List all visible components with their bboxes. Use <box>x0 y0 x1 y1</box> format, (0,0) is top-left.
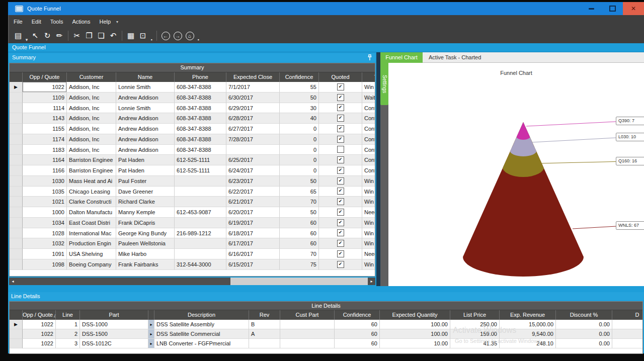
column-header-confidence[interactable]: Confidence <box>280 72 319 82</box>
cell[interactable]: ✔ <box>319 82 362 93</box>
checkbox-checked-icon[interactable]: ✔ <box>337 198 344 205</box>
expand-part-button[interactable]: ▸ <box>148 329 154 339</box>
table-row[interactable]: 1183Addison, IncAndrew Addison608-347-83… <box>10 145 375 155</box>
checkbox-checked-icon[interactable]: ✔ <box>337 83 344 91</box>
table-row[interactable]: 1034East Coast DistriFrank DiCapris6/19/… <box>10 218 375 228</box>
checkbox-checked-icon[interactable]: ✔ <box>337 94 344 101</box>
checkbox-checked-icon[interactable]: ✔ <box>337 104 344 111</box>
column-header-line[interactable]: Line <box>56 310 80 320</box>
checkbox-checked-icon[interactable]: ✔ <box>337 167 344 174</box>
column-header-confidence[interactable]: Confidence <box>335 310 380 320</box>
tab-settings[interactable]: Settings <box>380 63 388 105</box>
column-header-exp-revenue[interactable]: Exp. Revenue <box>500 310 556 320</box>
cell[interactable] <box>319 145 362 155</box>
table-row[interactable]: 1098Boeing CompanyFrank Fairbanks312-544… <box>10 259 375 270</box>
table-row[interactable]: 1028International MacGeorge King Bundy21… <box>10 228 375 239</box>
column-header-row-indicator[interactable] <box>10 310 23 320</box>
cell[interactable]: ✔ <box>319 103 362 114</box>
maximize-button[interactable] <box>602 2 623 15</box>
table-row[interactable]: 10223DSS-1012C▸LNB Converter - FGFPmerci… <box>10 339 642 348</box>
cell[interactable]: ✔ <box>319 259 362 270</box>
horizontal-scrollbar[interactable]: ◂ ▸ <box>9 278 375 285</box>
expand-part-button[interactable]: ▸ <box>148 339 154 348</box>
checkbox-checked-icon[interactable]: ✔ <box>337 229 344 236</box>
checkbox-checked-icon[interactable]: ✔ <box>337 156 344 163</box>
cell[interactable]: ✔ <box>319 113 362 124</box>
cell[interactable]: ✔ <box>319 197 362 207</box>
more-icon[interactable]: ▪ <box>149 36 154 43</box>
column-header-rev[interactable]: Rev <box>249 310 280 320</box>
column-header-quoted[interactable]: Quoted <box>319 72 362 82</box>
column-header-row-indicator[interactable] <box>148 310 154 320</box>
tab-quote-funnel[interactable]: Quote Funnel <box>8 43 644 52</box>
checkbox-checked-icon[interactable]: ✔ <box>337 219 344 226</box>
column-header-part[interactable]: Part <box>80 310 148 320</box>
table-row[interactable]: ▶10221DSS-1000▸DSS Satellite AssemblyB60… <box>10 320 642 329</box>
cell[interactable]: ✔ <box>319 165 362 176</box>
menu-item-help[interactable]: Help <box>95 15 115 28</box>
checkbox-checked-icon[interactable]: ✔ <box>337 250 344 257</box>
cell[interactable]: ✔ <box>319 176 362 187</box>
table-row[interactable]: 1000Dalton ManufactuManny Kemple612-453-… <box>10 207 375 218</box>
checkbox-checked-icon[interactable]: ✔ <box>337 177 344 185</box>
table-row[interactable]: ▶1022Addison, IncLonnie Smith608-347-838… <box>10 82 375 93</box>
table-row[interactable]: 1143Addison, IncAndrew Addison608-347-83… <box>10 113 375 124</box>
column-header-ta[interactable]: Ta <box>362 72 375 82</box>
table-row[interactable]: 1032Production EnginPauleen Wellstonia6/… <box>10 238 375 249</box>
panel-divider[interactable] <box>376 52 380 286</box>
table-row[interactable]: 1109Addison, IncAndrew Addison608-347-83… <box>10 93 375 103</box>
table-row[interactable]: 1155Addison, IncAndrew Addison608-347-83… <box>10 124 375 134</box>
column-header-opp-quote[interactable]: Opp / Quote△ <box>23 310 56 320</box>
table-row[interactable]: 1035Chicago LeasingDave Greener6/22/2017… <box>10 187 375 197</box>
paste-icon[interactable]: ❏ <box>95 30 107 41</box>
table-row[interactable]: 1021Clarke ConstructiRichard Clarke6/21/… <box>10 197 375 207</box>
refresh-icon[interactable]: ↻ <box>41 30 53 41</box>
checkbox-checked-icon[interactable]: ✔ <box>337 261 344 268</box>
checkbox-checked-icon[interactable]: ✔ <box>337 240 344 247</box>
cell[interactable]: ✔ <box>319 249 362 259</box>
select-pointer-icon[interactable]: ↖ <box>29 30 41 41</box>
menu-overflow-icon[interactable]: ▾ <box>116 20 118 24</box>
print-preview-icon[interactable]: ⊡ <box>137 30 149 41</box>
print-icon[interactable]: ▦ <box>125 30 137 41</box>
column-header-expected-quantity[interactable]: Expected Quantity <box>380 310 450 320</box>
column-header-description[interactable]: Description <box>154 310 249 320</box>
cell[interactable]: ✔ <box>319 238 362 249</box>
copy-icon[interactable]: ❐ <box>83 30 95 41</box>
table-row[interactable]: 1030Mass Heat and AiPaul Foster6/23/2017… <box>10 176 375 187</box>
table-row[interactable]: 1166Barriston EngineePat Haden612-525-11… <box>10 165 375 176</box>
minimize-button[interactable] <box>581 2 602 15</box>
column-header-opp-quote[interactable]: Opp / Quote <box>23 72 67 82</box>
column-header-cust-part[interactable]: Cust Part <box>280 310 335 320</box>
expand-part-button[interactable]: ▸ <box>148 320 154 329</box>
column-header-name[interactable]: Name <box>116 72 175 82</box>
cell[interactable]: ✔ <box>319 218 362 228</box>
pin-icon[interactable] <box>367 54 372 63</box>
summary-panel-header[interactable]: Summary <box>9 53 375 62</box>
menu-item-edit[interactable]: Edit <box>27 15 46 28</box>
undo-icon[interactable]: ↶ <box>107 30 119 41</box>
checkbox-checked-icon[interactable]: ✔ <box>337 115 344 122</box>
column-header-d[interactable]: D <box>612 310 642 320</box>
column-header-list-price[interactable]: List Price <box>450 310 500 320</box>
table-row[interactable]: 1091USA ShelvingMike Harbo6/16/201770✔Ne… <box>10 249 375 259</box>
column-header-customer[interactable]: Customer <box>67 72 116 82</box>
table-row[interactable]: 1164Barriston EngineePat Haden612-525-11… <box>10 155 375 165</box>
scroll-right-icon[interactable]: ▸ <box>368 278 375 285</box>
menu-item-tools[interactable]: Tools <box>46 15 68 28</box>
cut-icon[interactable]: ✂ <box>71 30 83 41</box>
checkbox-checked-icon[interactable]: ✔ <box>337 136 344 143</box>
cell[interactable]: ✔ <box>319 124 362 134</box>
save-dropdown-icon[interactable]: ▾ <box>24 36 29 43</box>
cell[interactable]: ✔ <box>319 228 362 239</box>
table-row[interactable]: 10222DSS-1500▸DSS Satellite CommercialA6… <box>10 329 642 339</box>
scroll-left-icon[interactable]: ◂ <box>9 278 17 285</box>
save-icon[interactable]: ▤ <box>12 30 24 41</box>
table-row[interactable]: 1174Addison, IncAndrew Addison608-347-83… <box>10 134 375 145</box>
menu-item-actions[interactable]: Actions <box>67 15 95 28</box>
close-button[interactable] <box>623 2 644 15</box>
scrollbar-thumb[interactable] <box>17 278 230 285</box>
checkbox-checked-icon[interactable]: ✔ <box>337 125 344 132</box>
column-header-phone[interactable]: Phone <box>175 72 226 82</box>
checkbox-checked-icon[interactable]: ✔ <box>337 209 344 216</box>
